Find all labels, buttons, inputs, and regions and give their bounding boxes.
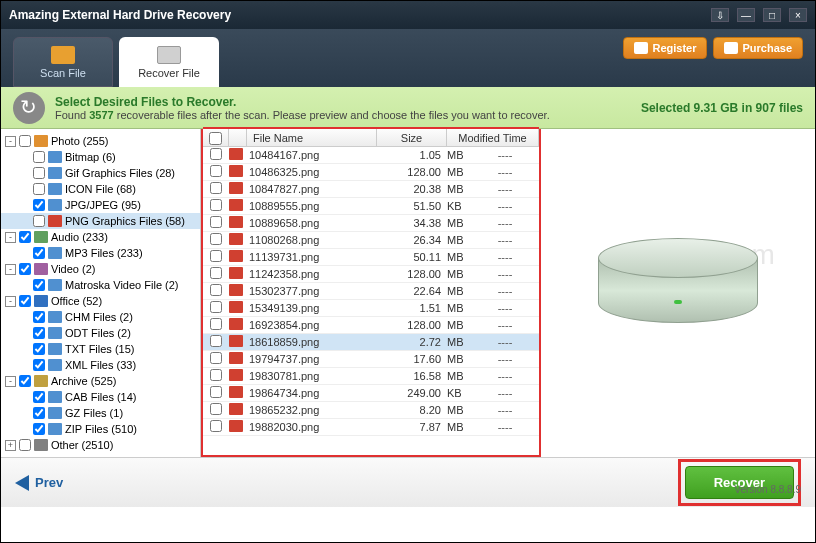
tree-item[interactable]: GZ Files (1) xyxy=(1,405,200,421)
row-checkbox[interactable] xyxy=(210,284,222,296)
table-row[interactable]: 11139731.png50.11MB---- xyxy=(203,249,539,266)
tree-checkbox[interactable] xyxy=(33,199,45,211)
row-checkbox[interactable] xyxy=(210,352,222,364)
tab-recover-file[interactable]: Recover File xyxy=(119,37,219,87)
table-row[interactable]: 19865232.png8.20MB---- xyxy=(203,402,539,419)
table-row[interactable]: 19864734.png249.00KB---- xyxy=(203,385,539,402)
table-row[interactable]: 19794737.png17.60MB---- xyxy=(203,351,539,368)
table-row[interactable]: 10889658.png34.38MB---- xyxy=(203,215,539,232)
tree-item[interactable]: Matroska Video File (2) xyxy=(1,277,200,293)
tree-checkbox[interactable] xyxy=(33,167,45,179)
row-checkbox[interactable] xyxy=(210,335,222,347)
register-button[interactable]: Register xyxy=(623,37,707,59)
table-row[interactable]: 19830781.png16.58MB---- xyxy=(203,368,539,385)
tree-checkbox[interactable] xyxy=(33,247,45,259)
tree-checkbox[interactable] xyxy=(19,135,31,147)
table-row[interactable]: 15349139.png1.51MB---- xyxy=(203,300,539,317)
close-button[interactable]: × xyxy=(789,8,807,22)
row-checkbox[interactable] xyxy=(210,182,222,194)
row-checkbox[interactable] xyxy=(210,403,222,415)
tree-item[interactable]: -Audio (233) xyxy=(1,229,200,245)
tree-item[interactable]: -Video (2) xyxy=(1,261,200,277)
tree-item[interactable]: ODT Files (2) xyxy=(1,325,200,341)
header-name[interactable]: File Name xyxy=(247,129,377,146)
table-row[interactable]: 10484167.png1.05MB---- xyxy=(203,147,539,164)
tree-checkbox[interactable] xyxy=(33,359,45,371)
header-modified[interactable]: Modified Time xyxy=(447,129,539,146)
tab-label: Scan File xyxy=(40,67,86,79)
header-checkbox[interactable] xyxy=(203,129,229,146)
table-row[interactable]: 11080268.png26.34MB---- xyxy=(203,232,539,249)
maximize-button[interactable]: □ xyxy=(763,8,781,22)
tree-item[interactable]: PNG Graphics Files (58) xyxy=(1,213,200,229)
table-row[interactable]: 15302377.png22.64MB---- xyxy=(203,283,539,300)
tree-checkbox[interactable] xyxy=(19,231,31,243)
tree-checkbox[interactable] xyxy=(33,391,45,403)
table-body[interactable]: 10484167.png1.05MB----10486325.png128.00… xyxy=(203,147,539,449)
tree-item[interactable]: +Other (2510) xyxy=(1,437,200,453)
tree-item[interactable]: CHM Files (2) xyxy=(1,309,200,325)
tree-item[interactable]: Gif Graphics Files (28) xyxy=(1,165,200,181)
row-checkbox[interactable] xyxy=(210,267,222,279)
tree-item[interactable]: CAB Files (14) xyxy=(1,389,200,405)
tree-checkbox[interactable] xyxy=(19,375,31,387)
row-checkbox[interactable] xyxy=(210,148,222,160)
row-checkbox[interactable] xyxy=(210,369,222,381)
tree-item[interactable]: -Office (52) xyxy=(1,293,200,309)
table-row[interactable]: 10847827.png20.38MB---- xyxy=(203,181,539,198)
prev-button[interactable]: Prev xyxy=(15,475,63,491)
tree-label: Matroska Video File (2) xyxy=(65,279,179,291)
tree-item[interactable]: ZIP Files (510) xyxy=(1,421,200,437)
row-checkbox[interactable] xyxy=(210,386,222,398)
file-size-unit: KB xyxy=(447,387,471,399)
tree-checkbox[interactable] xyxy=(33,423,45,435)
tree-checkbox[interactable] xyxy=(33,151,45,163)
file-modified: ---- xyxy=(471,200,539,212)
purchase-button[interactable]: Purchase xyxy=(713,37,803,59)
table-row[interactable]: 18618859.png2.72MB---- xyxy=(203,334,539,351)
tree-checkbox[interactable] xyxy=(33,279,45,291)
tree-item[interactable]: -Photo (255) xyxy=(1,133,200,149)
tree-item[interactable]: ICON File (68) xyxy=(1,181,200,197)
row-checkbox[interactable] xyxy=(210,216,222,228)
tree-toggle-icon[interactable]: - xyxy=(5,232,16,243)
tree-checkbox[interactable] xyxy=(33,311,45,323)
row-checkbox[interactable] xyxy=(210,318,222,330)
header-size[interactable]: Size xyxy=(377,129,447,146)
tree-item[interactable]: XML Files (33) xyxy=(1,357,200,373)
table-row[interactable]: 16923854.png128.00MB---- xyxy=(203,317,539,334)
file-name: 15302377.png xyxy=(247,285,377,297)
row-checkbox[interactable] xyxy=(210,250,222,262)
file-tree[interactable]: -Photo (255)Bitmap (6)Gif Graphics Files… xyxy=(1,129,201,457)
download-icon[interactable]: ⇩ xyxy=(711,8,729,22)
row-checkbox[interactable] xyxy=(210,199,222,211)
tree-checkbox[interactable] xyxy=(33,215,45,227)
row-checkbox[interactable] xyxy=(210,301,222,313)
table-row[interactable]: 11242358.png128.00MB---- xyxy=(203,266,539,283)
tree-checkbox[interactable] xyxy=(19,263,31,275)
tree-toggle-icon[interactable]: - xyxy=(5,264,16,275)
tab-scan-file[interactable]: Scan File xyxy=(13,37,113,87)
tree-checkbox[interactable] xyxy=(33,343,45,355)
table-row[interactable]: 19882030.png7.87MB---- xyxy=(203,419,539,436)
minimize-button[interactable]: — xyxy=(737,8,755,22)
tree-item[interactable]: Bitmap (6) xyxy=(1,149,200,165)
row-checkbox[interactable] xyxy=(210,165,222,177)
table-row[interactable]: 10889555.png51.50KB---- xyxy=(203,198,539,215)
tree-toggle-icon[interactable]: + xyxy=(5,440,16,451)
tree-checkbox[interactable] xyxy=(33,183,45,195)
row-checkbox[interactable] xyxy=(210,420,222,432)
table-row[interactable]: 10486325.png128.00MB---- xyxy=(203,164,539,181)
tree-checkbox[interactable] xyxy=(19,295,31,307)
tree-checkbox[interactable] xyxy=(19,439,31,451)
tree-toggle-icon[interactable]: - xyxy=(5,376,16,387)
tree-item[interactable]: TXT Files (15) xyxy=(1,341,200,357)
tree-item[interactable]: MP3 Files (233) xyxy=(1,245,200,261)
tree-checkbox[interactable] xyxy=(33,327,45,339)
tree-toggle-icon[interactable]: - xyxy=(5,136,16,147)
row-checkbox[interactable] xyxy=(210,233,222,245)
tree-toggle-icon[interactable]: - xyxy=(5,296,16,307)
tree-item[interactable]: JPG/JPEG (95) xyxy=(1,197,200,213)
tree-checkbox[interactable] xyxy=(33,407,45,419)
tree-item[interactable]: -Archive (525) xyxy=(1,373,200,389)
